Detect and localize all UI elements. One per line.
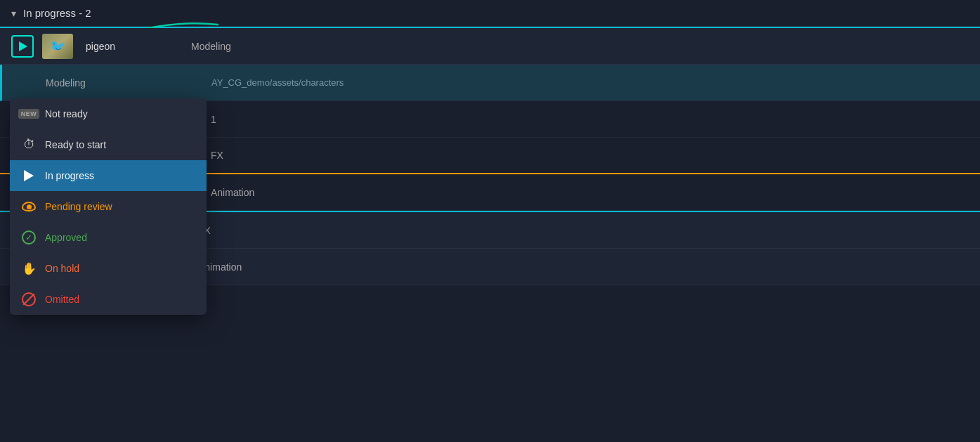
not-ready-label: Not ready bbox=[45, 108, 88, 119]
status-dropdown[interactable]: NEW Not ready ⏱ Ready to start In progre… bbox=[10, 98, 207, 315]
pending-review-icon bbox=[21, 199, 37, 214]
dropdown-item-approved[interactable]: ✓ Approved bbox=[10, 222, 207, 253]
eye-icon bbox=[22, 202, 36, 212]
eye-pupil bbox=[27, 204, 32, 209]
path-label: AY_CG_demo/assets/characters bbox=[211, 77, 344, 88]
ready-to-start-label: Ready to start bbox=[45, 139, 106, 150]
play-icon bbox=[19, 41, 27, 51]
play-triangle bbox=[24, 170, 34, 181]
approved-icon: ✓ bbox=[21, 230, 37, 245]
in-progress-label: In progress bbox=[45, 170, 94, 181]
play-button[interactable] bbox=[11, 35, 34, 58]
asset-name: pigeon bbox=[86, 41, 191, 52]
no-sign bbox=[22, 292, 36, 306]
omitted-icon bbox=[21, 292, 37, 307]
thumbnail-pigeon: 🐦 bbox=[42, 34, 73, 59]
omitted-label: Omitted bbox=[45, 294, 79, 305]
collapse-chevron[interactable]: ▾ bbox=[11, 8, 16, 19]
pending-review-label: Pending review bbox=[45, 201, 112, 212]
animation-label-2: Animation bbox=[198, 261, 325, 273]
header-row: ▾ In progress - 2 bbox=[0, 0, 980, 27]
table-row[interactable]: 🐦 pigeon Modeling bbox=[0, 28, 980, 65]
approved-label: Approved bbox=[45, 232, 87, 243]
dropdown-item-pending-review[interactable]: Pending review bbox=[10, 191, 207, 222]
on-hold-label: On hold bbox=[45, 263, 79, 274]
pigeon-image: 🐦 bbox=[42, 34, 73, 59]
check-circle: ✓ bbox=[22, 230, 36, 245]
fx-label-1: FX bbox=[211, 150, 337, 161]
dropdown-item-omitted[interactable]: Omitted bbox=[10, 284, 207, 315]
on-hold-icon: ✋ bbox=[21, 261, 37, 276]
not-ready-icon: NEW bbox=[21, 106, 37, 122]
dropdown-item-in-progress[interactable]: In progress bbox=[10, 160, 207, 191]
animation-label: Animation bbox=[211, 187, 337, 198]
main-container: ▾ In progress - 2 🐦 pigeon Modeling Mode… bbox=[0, 0, 980, 442]
table-row-selected[interactable]: Modeling AY_CG_demo/assets/characters bbox=[0, 65, 980, 101]
new-badge: NEW bbox=[18, 109, 40, 119]
dropdown-item-on-hold[interactable]: ✋ On hold bbox=[10, 253, 207, 284]
in-progress-icon bbox=[21, 168, 37, 183]
fx-label-2: FX bbox=[198, 225, 325, 236]
row-number-1: 1 bbox=[211, 114, 216, 125]
task-modeling: Modeling bbox=[43, 77, 169, 89]
dropdown-item-ready-to-start[interactable]: ⏱ Ready to start bbox=[10, 129, 207, 160]
task-label: Modeling bbox=[191, 41, 318, 52]
timer-icon: ⏱ bbox=[21, 137, 37, 152]
dropdown-item-not-ready[interactable]: NEW Not ready bbox=[10, 98, 207, 129]
section-title: In progress - 2 bbox=[23, 7, 91, 19]
